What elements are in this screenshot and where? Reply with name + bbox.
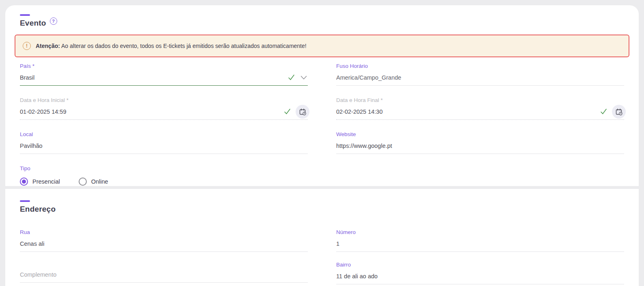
- radio-presencial-label: Presencial: [32, 178, 60, 185]
- section-accent-dash: [20, 14, 30, 16]
- field-data-final: Data e Hora Final *: [336, 97, 624, 120]
- warning-icon: !: [23, 42, 31, 50]
- endereco-heading-row: Endereço: [20, 205, 629, 214]
- evento-form-grid: País * Data e Hora Inicial *: [15, 57, 629, 188]
- endereco-right-column: Número Bairro: [336, 223, 624, 284]
- evento-right-column: Fuso Horário Data e Hora Final *: [336, 57, 624, 188]
- valid-check-icon: [283, 108, 292, 116]
- radio-presencial[interactable]: Presencial: [20, 178, 60, 186]
- radio-online-label: Online: [91, 178, 108, 185]
- fuso-horario-input[interactable]: [336, 74, 624, 81]
- tipo-radio-group: Presencial Online: [20, 178, 308, 186]
- field-tipo: Tipo Presencial Online: [20, 165, 308, 188]
- evento-heading-row: Evento ?: [20, 19, 629, 28]
- endereco-section: Endereço Rua Núme: [5, 189, 639, 286]
- valid-check-icon: [287, 74, 296, 82]
- data-final-input[interactable]: [336, 108, 599, 115]
- numero-label: Número: [336, 229, 624, 235]
- warning-text: Atenção: Ao alterar os dados do evento, …: [36, 43, 307, 49]
- endereco-form-grid: Rua Número: [15, 223, 629, 284]
- warning-text-bold: Atenção:: [36, 43, 60, 49]
- local-input[interactable]: [20, 143, 308, 149]
- radio-online-circle[interactable]: [79, 178, 87, 186]
- pais-label: País *: [20, 63, 308, 69]
- field-pais: País *: [20, 63, 308, 86]
- endereco-title: Endereço: [20, 205, 56, 214]
- numero-input[interactable]: [336, 240, 624, 247]
- bairro-input[interactable]: [336, 273, 624, 280]
- website-label: Website: [336, 131, 624, 137]
- bairro-label: Bairro: [336, 262, 624, 268]
- data-inicial-input[interactable]: [20, 108, 283, 115]
- field-data-inicial: Data e Hora Inicial *: [20, 97, 308, 120]
- website-input[interactable]: [336, 143, 624, 149]
- help-icon[interactable]: ?: [50, 17, 57, 25]
- rua-label: Rua: [20, 229, 308, 235]
- local-label: Local: [20, 131, 308, 137]
- evento-left-column: País * Data e Hora Inicial *: [20, 57, 308, 188]
- valid-check-icon: [599, 108, 608, 116]
- datetime-picker-button[interactable]: [296, 105, 309, 119]
- warning-text-body: Ao alterar os dados do evento, todos os …: [60, 43, 307, 49]
- chevron-down-icon[interactable]: [300, 74, 308, 81]
- endereco-left-column: Rua: [20, 223, 308, 284]
- datetime-picker-button[interactable]: [612, 105, 626, 119]
- radio-online[interactable]: Online: [79, 178, 108, 186]
- tipo-label: Tipo: [20, 165, 308, 171]
- field-rua: Rua: [20, 229, 308, 252]
- data-final-label: Data e Hora Final *: [336, 97, 624, 103]
- section-accent-dash: [20, 200, 30, 202]
- complemento-input[interactable]: [20, 271, 308, 278]
- radio-presencial-circle[interactable]: [20, 178, 28, 186]
- evento-title: Evento: [20, 19, 46, 28]
- data-inicial-label: Data e Hora Inicial *: [20, 97, 308, 103]
- field-complemento: [20, 270, 308, 283]
- field-bairro: Bairro: [336, 262, 624, 284]
- field-local: Local: [20, 131, 308, 154]
- field-fuso-horario: Fuso Horário: [336, 63, 624, 86]
- calendar-clock-icon: [615, 108, 623, 116]
- warning-alert: ! Atenção: Ao alterar os dados do evento…: [15, 35, 629, 57]
- field-website: Website: [336, 131, 624, 154]
- calendar-clock-icon: [299, 108, 307, 116]
- rua-input[interactable]: [20, 240, 308, 247]
- page: Evento ? ! Atenção: Ao alterar os dados …: [0, 0, 644, 286]
- pais-select[interactable]: [20, 74, 287, 81]
- fuso-horario-label: Fuso Horário: [336, 63, 624, 69]
- field-numero: Número: [336, 229, 624, 252]
- evento-section: Evento ? ! Atenção: Ao alterar os dados …: [5, 5, 639, 186]
